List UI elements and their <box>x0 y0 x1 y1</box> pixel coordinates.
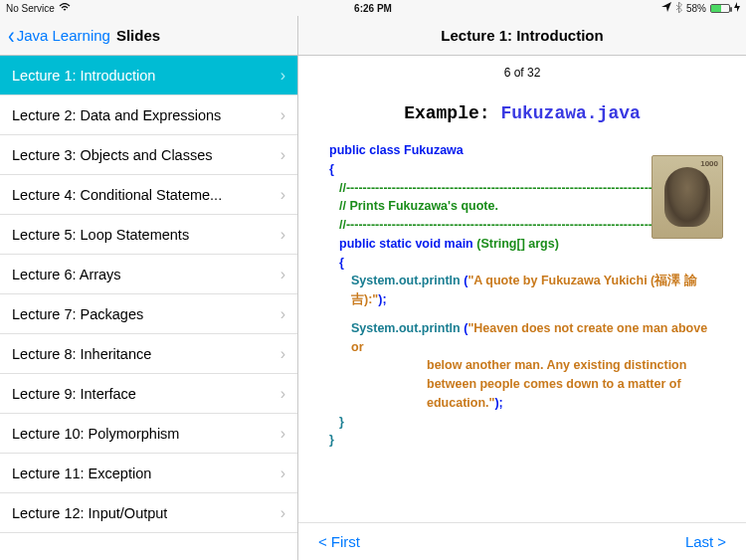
first-label: First <box>331 533 360 550</box>
chevron-right-icon: › <box>280 67 285 85</box>
charging-icon <box>734 2 740 14</box>
sidebar-item-label: Lecture 8: Inheritance <box>12 346 151 362</box>
back-label: Java Learning <box>17 27 110 44</box>
toolbar: < First Last > <box>298 522 746 560</box>
sidebar-item-label: Lecture 6: Arrays <box>12 267 121 282</box>
sidebar-item-lecture-10[interactable]: Lecture 10: Polymorphism› <box>0 414 297 454</box>
chevron-right-icon: › <box>280 345 285 363</box>
sidebar-item-label: Lecture 12: Input/Output <box>12 505 167 521</box>
sidebar-item-label: Lecture 4: Conditional Stateme... <box>12 187 222 203</box>
slide-counter: 6 of 32 <box>298 56 746 84</box>
slide-title-filename: Fukuzawa.java <box>500 103 640 123</box>
sidebar-item-lecture-9[interactable]: Lecture 9: Interface› <box>0 374 297 414</box>
nav-bars: ‹ Java Learning Slides Lecture 1: Introd… <box>0 16 746 56</box>
sidebar-item-label: Lecture 10: Polymorphism <box>12 426 179 442</box>
carrier-label: No Service <box>6 3 55 14</box>
sidebar-item-lecture-7[interactable]: Lecture 7: Packages› <box>0 294 297 334</box>
slide-content: Example: Fukuzawa.java 1000 public class… <box>313 90 731 469</box>
nav-left: ‹ Java Learning Slides <box>0 16 298 55</box>
sidebar-item-lecture-6[interactable]: Lecture 6: Arrays› <box>0 255 297 294</box>
sidebar-item-lecture-4[interactable]: Lecture 4: Conditional Stateme...› <box>0 175 297 215</box>
last-label: Last <box>685 533 713 550</box>
sidebar-item-label: Lecture 1: Introduction <box>12 68 155 84</box>
back-button[interactable]: ‹ Java Learning <box>8 26 110 46</box>
chevron-right-icon: › <box>280 186 285 204</box>
slide-title-prefix: Example: <box>404 103 489 123</box>
chevron-left-icon: ‹ <box>8 24 15 48</box>
sidebar-item-label: Lecture 3: Objects and Classes <box>12 147 213 163</box>
sidebar-item-lecture-2[interactable]: Lecture 2: Data and Expressions› <box>0 95 297 135</box>
chevron-right-icon: › <box>280 226 285 244</box>
sidebar-item-label: Lecture 5: Loop Statements <box>12 227 189 243</box>
battery-label: 58% <box>686 3 706 14</box>
nav-right: Lecture 1: Introduction <box>298 16 746 55</box>
chevron-right-icon: > <box>717 533 726 550</box>
slide-viewport[interactable]: Example: Fukuzawa.java 1000 public class… <box>298 84 746 522</box>
location-icon <box>661 2 671 14</box>
page-title: Lecture 1: Introduction <box>441 27 603 44</box>
sidebar: Lecture 1: Introduction›Lecture 2: Data … <box>0 56 298 560</box>
chevron-right-icon: › <box>280 266 285 283</box>
sidebar-item-label: Lecture 9: Interface <box>12 386 136 402</box>
sidebar-item-lecture-1[interactable]: Lecture 1: Introduction› <box>0 56 297 95</box>
portrait-image: 1000 <box>652 155 723 239</box>
code-block: 1000 public class Fukuzawa { //---------… <box>329 141 715 450</box>
chevron-right-icon: › <box>280 425 285 443</box>
chevron-right-icon: › <box>280 385 285 403</box>
last-button[interactable]: Last > <box>685 533 726 550</box>
sidebar-item-lecture-3[interactable]: Lecture 3: Objects and Classes› <box>0 135 297 175</box>
status-bar: No Service 6:26 PM 58% <box>0 0 746 16</box>
slide-title: Example: Fukuzawa.java <box>329 103 715 123</box>
sidebar-item-lecture-5[interactable]: Lecture 5: Loop Statements› <box>0 215 297 255</box>
chevron-left-icon: < <box>318 533 327 550</box>
sidebar-item-lecture-12[interactable]: Lecture 12: Input/Output› <box>0 493 297 533</box>
sidebar-title: Slides <box>116 27 160 44</box>
chevron-right-icon: › <box>280 106 285 124</box>
chevron-right-icon: › <box>280 504 285 522</box>
wifi-icon <box>59 3 71 14</box>
sidebar-item-lecture-11[interactable]: Lecture 11: Exception› <box>0 454 297 493</box>
sidebar-item-label: Lecture 11: Exception <box>12 466 151 481</box>
sidebar-item-lecture-8[interactable]: Lecture 8: Inheritance› <box>0 334 297 374</box>
chevron-right-icon: › <box>280 465 285 482</box>
battery-icon <box>710 4 730 13</box>
chevron-right-icon: › <box>280 146 285 164</box>
sidebar-item-label: Lecture 7: Packages <box>12 306 143 322</box>
clock: 6:26 PM <box>354 3 392 14</box>
chevron-right-icon: › <box>280 305 285 323</box>
bluetooth-icon <box>675 2 682 15</box>
main-pane: 6 of 32 Example: Fukuzawa.java 1000 publ… <box>298 56 746 560</box>
sidebar-item-label: Lecture 2: Data and Expressions <box>12 107 221 123</box>
first-button[interactable]: < First <box>318 533 360 550</box>
